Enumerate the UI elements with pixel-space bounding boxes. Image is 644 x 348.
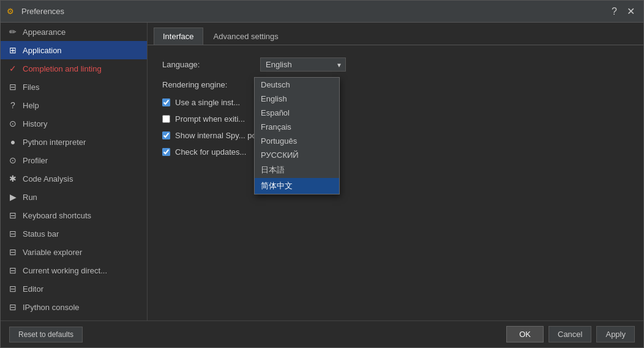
footer-left: Reset to defaults xyxy=(9,327,501,342)
dialog-footer: Reset to defaults OK Cancel Apply xyxy=(1,320,643,347)
language-row: Language: English ▼ Deutsch English Espa… xyxy=(162,57,629,72)
checkbox-check-updates-label: Check for updates... xyxy=(175,147,246,157)
rendering-label: Rendering engine: xyxy=(162,80,254,89)
sidebar-item-statusbar[interactable]: ⊟ Status bar xyxy=(1,224,147,243)
reset-button[interactable]: Reset to defaults xyxy=(9,327,83,342)
sidebar-label-profiler: Profiler xyxy=(23,156,48,165)
application-icon: ⊞ xyxy=(8,45,18,55)
files-icon: ⊟ xyxy=(8,82,18,92)
sidebar-item-help[interactable]: ? Help xyxy=(1,96,147,114)
sidebar-label-appearance: Appearance xyxy=(23,28,66,37)
checkbox-show-internal: Show internal Spy... port them to Github xyxy=(162,131,629,140)
language-select-wrapper: English ▼ xyxy=(260,57,346,72)
cancel-button[interactable]: Cancel xyxy=(549,326,591,342)
profiler-icon: ⊙ xyxy=(8,155,18,165)
dropdown-item-russian[interactable]: РУССКИЙ xyxy=(255,148,339,162)
tab-bar: Interface Advanced settings xyxy=(148,23,643,45)
sidebar-item-profiler[interactable]: ⊙ Profiler xyxy=(1,151,147,169)
keyboard-icon: ⊟ xyxy=(8,210,18,220)
checkbox-single-instance: Use a single inst... xyxy=(162,98,629,107)
checkbox-single-instance-label: Use a single inst... xyxy=(175,98,240,107)
dropdown-item-chinese[interactable]: 简体中文 xyxy=(255,178,339,194)
language-dropdown: Deutsch English Español Français Portugu… xyxy=(254,77,340,194)
sidebar-label-statusbar: Status bar xyxy=(23,229,59,239)
sidebar-label-codeanalysis: Code Analysis xyxy=(23,174,73,183)
checkbox-check-updates-input[interactable] xyxy=(162,148,170,156)
checkbox-prompt-exit-input[interactable] xyxy=(162,115,170,123)
tab-advanced[interactable]: Advanced settings xyxy=(204,28,288,45)
app-icon: ⚙ xyxy=(7,7,17,17)
sidebar-item-cwd[interactable]: ⊟ Current working direct... xyxy=(1,261,147,280)
sidebar-item-keyboard[interactable]: ⊟ Keyboard shortcuts xyxy=(1,206,147,224)
sidebar-label-keyboard: Keyboard shortcuts xyxy=(23,211,91,220)
sidebar-item-python[interactable]: ● Python interpreter xyxy=(1,133,147,151)
sidebar-label-files: Files xyxy=(23,83,39,92)
language-select[interactable]: English xyxy=(260,57,346,72)
window-controls: ? ✕ xyxy=(609,7,637,17)
apply-button[interactable]: Apply xyxy=(596,326,635,342)
content-area: Language: English ▼ Deutsch English Espa… xyxy=(148,45,643,320)
language-label: Language: xyxy=(162,60,254,69)
history-icon: ⊙ xyxy=(8,119,18,128)
checkbox-check-updates: Check for updates... xyxy=(162,147,629,157)
dialog-body: ✏ Appearance ⊞ Application ✓ Completion … xyxy=(1,23,643,320)
dropdown-item-english[interactable]: English xyxy=(255,92,339,106)
dropdown-item-portugues[interactable]: Português xyxy=(255,134,339,148)
checkbox-show-internal-input[interactable] xyxy=(162,131,170,139)
dropdown-item-deutsch[interactable]: Deutsch xyxy=(255,78,339,92)
sidebar-item-run[interactable]: ▶ Run xyxy=(1,188,147,206)
preferences-dialog: ⚙ Preferences ? ✕ ✏ Appearance ⊞ Applica… xyxy=(0,0,644,348)
sidebar-item-codeanalysis[interactable]: ✱ Code Analysis xyxy=(1,169,147,188)
sidebar-item-editor[interactable]: ⊟ Editor xyxy=(1,280,147,298)
dropdown-item-francais[interactable]: Français xyxy=(255,120,339,134)
checkbox-single-instance-input[interactable] xyxy=(162,98,170,106)
codeanalysis-icon: ✱ xyxy=(8,174,18,183)
statusbar-icon: ⊟ xyxy=(8,229,18,239)
sidebar-label-run: Run xyxy=(23,193,37,202)
help-button[interactable]: ? xyxy=(609,7,620,17)
sidebar-label-completion: Completion and linting xyxy=(23,64,102,73)
sidebar-label-cwd: Current working direct... xyxy=(23,266,107,275)
ipython-icon: ⊟ xyxy=(8,302,18,312)
run-icon: ▶ xyxy=(8,192,18,202)
sidebar-label-python: Python interpreter xyxy=(23,138,86,147)
sidebar-label-application: Application xyxy=(23,46,62,55)
cwd-icon: ⊟ xyxy=(8,265,18,275)
close-button[interactable]: ✕ xyxy=(624,7,637,17)
rendering-row: Rendering engine: xyxy=(162,80,629,89)
sidebar-label-help: Help xyxy=(23,101,39,110)
editor-icon: ⊟ xyxy=(8,284,18,294)
sidebar-label-ipython: IPython console xyxy=(23,303,80,312)
help-icon: ? xyxy=(8,100,18,110)
sidebar-label-varexplorer: Variable explorer xyxy=(23,248,82,257)
tab-interface[interactable]: Interface xyxy=(154,28,203,45)
checkbox-prompt-exit-label: Prompt when exiti... xyxy=(175,114,245,124)
checkbox-prompt-exit: Prompt when exiti... xyxy=(162,114,629,124)
sidebar-item-files[interactable]: ⊟ Files xyxy=(1,78,147,96)
sidebar-item-completion[interactable]: ✓ Completion and linting xyxy=(1,59,147,78)
appearance-icon: ✏ xyxy=(8,27,18,37)
sidebar: ✏ Appearance ⊞ Application ✓ Completion … xyxy=(1,23,148,320)
completion-icon: ✓ xyxy=(8,64,18,73)
dropdown-item-espanol[interactable]: Español xyxy=(255,106,339,120)
sidebar-label-editor: Editor xyxy=(23,284,43,294)
sidebar-item-application[interactable]: ⊞ Application xyxy=(1,41,147,59)
sidebar-item-ipython[interactable]: ⊟ IPython console xyxy=(1,298,147,316)
dropdown-item-japanese[interactable]: 日本語 xyxy=(255,162,339,178)
sidebar-item-varexplorer[interactable]: ⊟ Variable explorer xyxy=(1,243,147,261)
sidebar-label-history: History xyxy=(23,119,47,128)
python-icon: ● xyxy=(8,137,18,147)
main-content: Interface Advanced settings Language: En… xyxy=(148,23,643,320)
window-title: Preferences xyxy=(21,7,609,16)
ok-button[interactable]: OK xyxy=(506,326,544,342)
title-bar: ⚙ Preferences ? ✕ xyxy=(1,1,643,23)
sidebar-item-history[interactable]: ⊙ History xyxy=(1,114,147,133)
varexplorer-icon: ⊟ xyxy=(8,247,18,257)
sidebar-item-appearance[interactable]: ✏ Appearance xyxy=(1,23,147,41)
